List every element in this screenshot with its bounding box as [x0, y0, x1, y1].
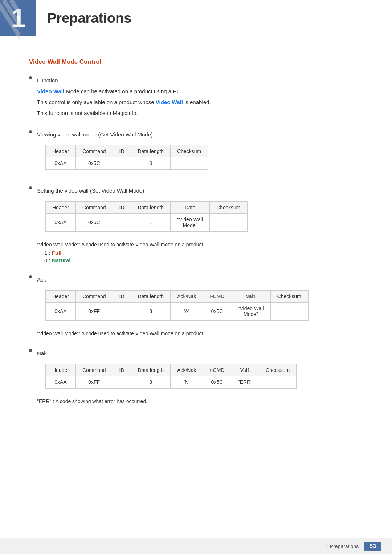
- cell-header: 0xAA: [46, 214, 76, 231]
- col-id: ID: [113, 364, 131, 376]
- cell-header: 0xAA: [46, 376, 76, 388]
- page-header: 1 Preparations: [0, 0, 392, 44]
- bullet-dot-2: [29, 130, 32, 133]
- cell-header: 0xAA: [46, 157, 76, 169]
- cell-checksum: [171, 157, 208, 169]
- cell-checksum: [210, 214, 247, 231]
- col-val1: Val1: [231, 364, 259, 376]
- col-header-checksum: Checksum: [171, 145, 208, 157]
- col-header-ck: Checksum: [210, 202, 247, 214]
- col-header-command: Command: [75, 145, 113, 157]
- item-natural: 0 : Natural: [44, 257, 363, 263]
- nak-table: Header Command ID Data length Ack/Nak r-…: [45, 364, 297, 389]
- col-header-i: ID: [113, 202, 131, 214]
- cell-rcmd: 0x5C: [203, 376, 231, 388]
- chapter-title: Preparations: [36, 0, 131, 36]
- cell-val1: "ERR": [231, 376, 259, 388]
- table-row: 0xAA 0xFF 3 'N' 0x5C "ERR": [46, 376, 297, 388]
- footer-text: 1 Preparations: [326, 543, 359, 549]
- viewing-table-wrapper: Header Command ID Data length Checksum 0…: [45, 141, 363, 176]
- setting-content: Setting the video wall (Set Video Wall M…: [37, 185, 363, 265]
- video-wall-highlight-2: Video Wall: [156, 99, 183, 105]
- cell-checksum: [270, 303, 308, 320]
- col-header: Header: [46, 291, 76, 303]
- bullet-dot-3: [29, 186, 32, 189]
- viewing-table: Header Command ID Data length Checksum 0…: [45, 145, 208, 170]
- viewing-content: Viewing video wall mode (Get Video Wall …: [37, 128, 363, 176]
- cell-command: 0xFF: [75, 303, 113, 320]
- ack-table-wrapper: Header Command ID Data length Ack/Nak r-…: [45, 286, 363, 327]
- natural-label: Natural: [52, 257, 71, 263]
- col-header-data-length: Data length: [131, 145, 171, 157]
- cell-acknak: 'A': [171, 303, 203, 320]
- page-footer: 1 Preparations 53: [0, 538, 392, 554]
- col-checksum: Checksum: [259, 364, 296, 376]
- cell-id: [113, 157, 131, 169]
- cell-command: 0x5C: [75, 214, 113, 231]
- table-row: 0xAA 0x5C 1 "Video WallMode": [46, 214, 247, 231]
- cell-data-length: 1: [131, 214, 171, 231]
- nak-content: Nak Header Command ID Data length Ack/Na…: [37, 347, 363, 406]
- col-dl: Data length: [131, 291, 171, 303]
- footer-page-number: 53: [364, 542, 381, 551]
- function-line-3: This function is not available in MagicI…: [37, 109, 363, 118]
- table-row: 0xAA 0x5C 0: [46, 157, 208, 169]
- viewing-label: Viewing video wall mode (Get Video Wall …: [37, 131, 363, 138]
- col-acknak: Ack/Nak: [171, 291, 203, 303]
- setting-table-wrapper: Header Command ID Data length Data Check…: [45, 197, 363, 238]
- col-header-h: Header: [46, 202, 76, 214]
- function-bullet: Function Video Wall Mode can be activate…: [29, 74, 363, 120]
- col-command: Command: [75, 291, 113, 303]
- col-header: Header: [46, 364, 76, 376]
- cell-header: 0xAA: [46, 303, 76, 320]
- col-val1: Val1: [231, 291, 270, 303]
- nak-note: "ERR" : A code showing what error has oc…: [37, 398, 363, 404]
- cell-id: [113, 376, 131, 388]
- ack-bullet: Ack Header Command ID Data length Ack/Na…: [29, 274, 363, 338]
- nak-bullet: Nak Header Command ID Data length Ack/Na…: [29, 347, 363, 406]
- cell-data-length: 0: [131, 157, 171, 169]
- col-header-d: Data: [171, 202, 210, 214]
- cell-command: 0xFF: [75, 376, 113, 388]
- ack-table: Header Command ID Data length Ack/Nak r-…: [45, 290, 309, 321]
- bullet-dot: [29, 76, 32, 79]
- main-content: Video Wall Mode Control Function Video W…: [0, 44, 392, 437]
- item-full: 1 : Full: [44, 250, 363, 256]
- col-id: ID: [113, 291, 131, 303]
- cell-data: "Video WallMode": [171, 214, 210, 231]
- col-header-id: ID: [113, 145, 131, 157]
- cell-id: [113, 303, 131, 320]
- cell-rcmd: 0x5C: [203, 303, 231, 320]
- ack-content: Ack Header Command ID Data length Ack/Na…: [37, 274, 363, 338]
- col-dl: Data length: [131, 364, 171, 376]
- bullet-dot-5: [29, 349, 32, 352]
- setting-table: Header Command ID Data length Data Check…: [45, 201, 248, 232]
- section-title: Video Wall Mode Control: [29, 58, 363, 66]
- col-command: Command: [75, 364, 113, 376]
- ack-label: Ack: [37, 276, 363, 283]
- col-header-dl: Data length: [131, 202, 171, 214]
- nak-table-wrapper: Header Command ID Data length Ack/Nak r-…: [45, 360, 363, 395]
- function-label: Function: [37, 77, 363, 83]
- table-row: 0xAA 0xFF 3 'A' 0x5C "Video WallMode": [46, 303, 308, 320]
- viewing-bullet: Viewing video wall mode (Get Video Wall …: [29, 128, 363, 176]
- setting-label: Setting the video wall (Set Video Wall M…: [37, 188, 363, 194]
- function-line-2: This control is only available on a prod…: [37, 98, 363, 107]
- cell-id: [113, 214, 131, 231]
- video-wall-highlight-1: Video Wall: [37, 88, 64, 94]
- col-header-c: Command: [75, 202, 113, 214]
- header-decoration: [0, 0, 20, 40]
- ack-note: "Video Wall Mode": A code used to activa…: [37, 331, 363, 336]
- setting-note: "Video Wall Mode": A code used to activa…: [37, 242, 363, 247]
- cell-dl: 3: [131, 303, 171, 320]
- full-label: Full: [52, 250, 62, 256]
- function-line-1: Video Wall Mode can be activated on a pr…: [37, 87, 363, 96]
- col-header-header: Header: [46, 145, 76, 157]
- nak-label: Nak: [37, 350, 363, 356]
- setting-bullet: Setting the video wall (Set Video Wall M…: [29, 185, 363, 265]
- cell-dl: 3: [131, 376, 171, 388]
- cell-checksum: [259, 376, 296, 388]
- col-rcmd: r-CMD: [203, 364, 231, 376]
- cell-acknak: 'N': [171, 376, 203, 388]
- bullet-dot-4: [29, 275, 32, 278]
